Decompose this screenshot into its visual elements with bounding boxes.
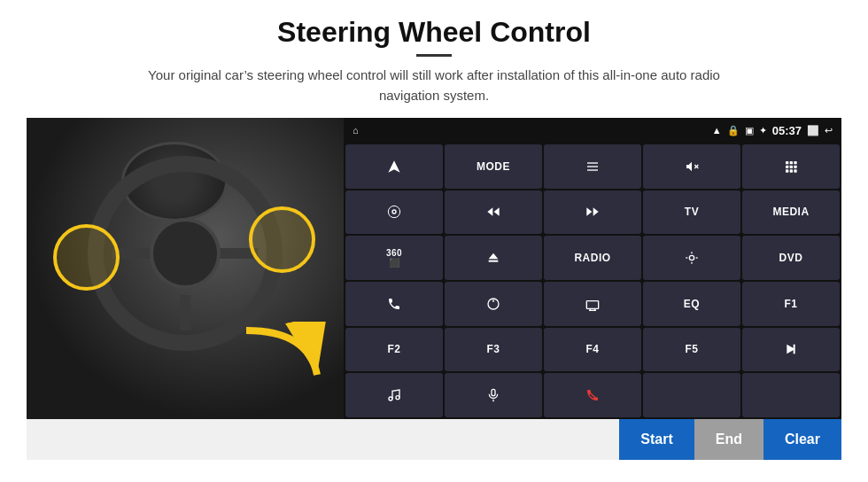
btn-eject[interactable] xyxy=(445,236,542,280)
btn-tv[interactable]: TV xyxy=(643,190,740,235)
svg-rect-8 xyxy=(790,161,793,164)
svg-point-23 xyxy=(689,255,694,260)
btn-media[interactable]: MEDIA xyxy=(742,190,840,235)
svg-marker-20 xyxy=(586,208,592,216)
btn-music[interactable] xyxy=(345,373,443,417)
svg-rect-37 xyxy=(492,389,495,395)
btn-360[interactable]: 360⬛ xyxy=(345,236,443,280)
page-container: Steering Wheel Control Your original car… xyxy=(0,0,868,482)
content-row: ⌂ ▲ 🔒 ▣ ✦ 05:37 ⬜ ↩ MODE xyxy=(27,118,841,419)
start-button[interactable]: Start xyxy=(619,419,694,460)
steering-wheel-image xyxy=(27,118,344,419)
btn-brightness[interactable] xyxy=(643,236,740,280)
btn-phone[interactable] xyxy=(345,282,443,326)
bottom-bar: Start End Clear xyxy=(27,419,841,460)
arrow-icon xyxy=(237,322,326,393)
bluetooth-icon: ✦ xyxy=(759,125,767,136)
btn-microphone[interactable] xyxy=(445,373,542,417)
btn-fastforward[interactable] xyxy=(544,190,641,235)
wifi-icon: ▲ xyxy=(712,125,722,136)
btn-rewind[interactable] xyxy=(445,190,542,235)
svg-rect-34 xyxy=(794,345,795,354)
svg-rect-14 xyxy=(790,169,793,172)
spoke-bottom xyxy=(180,295,190,330)
btn-eq[interactable]: EQ xyxy=(643,282,740,326)
btn-mode[interactable]: MODE xyxy=(445,144,542,189)
btn-settings[interactable] xyxy=(345,190,443,235)
svg-rect-11 xyxy=(790,165,793,167)
svg-rect-22 xyxy=(489,260,499,262)
btn-playpause[interactable] xyxy=(742,328,840,372)
highlight-right xyxy=(249,206,315,273)
subtitle: Your original car’s steering wheel contr… xyxy=(124,66,744,105)
btn-list[interactable] xyxy=(544,144,641,189)
svg-marker-1 xyxy=(388,160,399,172)
btn-empty2[interactable] xyxy=(742,373,840,417)
sim-icon: ▣ xyxy=(745,125,754,136)
svg-rect-12 xyxy=(794,165,796,167)
svg-point-16 xyxy=(392,210,396,214)
lock-icon: 🔒 xyxy=(727,125,740,136)
svg-marker-19 xyxy=(593,208,599,216)
svg-point-35 xyxy=(389,397,392,400)
btn-dvd[interactable]: DVD xyxy=(742,236,840,280)
status-right: ▲ 🔒 ▣ ✦ 05:37 ⬜ ↩ xyxy=(712,124,833,137)
title-divider xyxy=(416,54,452,57)
back-icon: ↩ xyxy=(825,125,833,136)
svg-point-36 xyxy=(396,396,399,400)
clear-button[interactable]: Clear xyxy=(763,419,841,460)
svg-rect-4 xyxy=(587,169,598,170)
btn-navigate[interactable] xyxy=(345,144,443,189)
svg-rect-10 xyxy=(786,165,788,167)
end-button[interactable]: End xyxy=(694,419,763,460)
svg-rect-15 xyxy=(794,169,796,172)
mirror-icon: ⬜ xyxy=(807,125,819,136)
svg-rect-13 xyxy=(786,169,788,172)
svg-marker-21 xyxy=(489,253,499,260)
status-bar: ⌂ ▲ 🔒 ▣ ✦ 05:37 ⬜ ↩ xyxy=(344,118,841,143)
btn-empty1[interactable] xyxy=(643,373,740,417)
btn-f4[interactable]: F4 xyxy=(544,328,641,372)
btn-radio[interactable]: RADIO xyxy=(544,236,641,280)
wheel-center xyxy=(150,218,221,289)
page-title: Steering Wheel Control xyxy=(277,16,591,49)
btn-f1[interactable]: F1 xyxy=(742,282,840,326)
btn-phoneend[interactable] xyxy=(544,373,641,417)
status-left: ⌂ xyxy=(353,125,359,136)
svg-rect-3 xyxy=(587,166,598,167)
svg-rect-29 xyxy=(586,300,598,308)
btn-mute[interactable] xyxy=(643,144,740,189)
svg-marker-18 xyxy=(494,208,500,216)
btn-apps[interactable] xyxy=(742,144,840,189)
status-time: 05:37 xyxy=(772,124,802,137)
btn-screen[interactable] xyxy=(544,282,641,326)
highlight-left xyxy=(53,224,120,291)
svg-rect-7 xyxy=(786,161,788,164)
svg-rect-9 xyxy=(794,161,796,164)
btn-f3[interactable]: F3 xyxy=(445,328,542,372)
svg-marker-17 xyxy=(487,208,492,216)
svg-rect-2 xyxy=(587,162,598,163)
btn-f5[interactable]: F5 xyxy=(643,328,740,372)
home-icon: ⌂ xyxy=(353,125,359,136)
btn-nav-circle[interactable] xyxy=(445,282,542,326)
button-grid: MODE TV xyxy=(344,143,841,419)
btn-f2[interactable]: F2 xyxy=(345,328,443,372)
controls-panel: ⌂ ▲ 🔒 ▣ ✦ 05:37 ⬜ ↩ MODE xyxy=(344,118,841,419)
